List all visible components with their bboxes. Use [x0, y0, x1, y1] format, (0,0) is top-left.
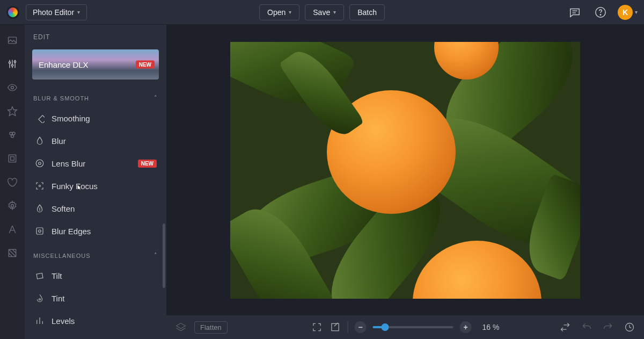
frame-tool-icon[interactable] [6, 153, 18, 164]
svg-line-21 [9, 253, 12, 257]
effect-funky-focus[interactable]: Funky Focus [32, 175, 159, 197]
zoom-value: 16 % [482, 323, 500, 331]
section-title: BLUR & SMOOTH [33, 95, 89, 102]
section-title: MISCELLANEOUS [33, 253, 91, 259]
canvas-area: Flatten − + 16 % [166, 25, 644, 339]
panel-heading: EDIT [33, 33, 159, 41]
svg-rect-36 [332, 323, 339, 330]
svg-point-26 [39, 185, 41, 187]
effect-tilt[interactable]: Tilt [32, 264, 159, 287]
open-label: Open [267, 8, 286, 17]
canvas-image [230, 42, 580, 299]
svg-point-15 [11, 135, 14, 138]
svg-point-24 [36, 160, 43, 167]
focus-square-icon [34, 181, 45, 191]
star-tool-icon[interactable] [6, 105, 18, 117]
actual-size-icon[interactable] [330, 321, 341, 333]
batch-label: Batch [357, 8, 377, 17]
user-menu-button[interactable]: K ▾ [618, 5, 638, 20]
layers-icon[interactable] [175, 321, 187, 333]
edge-square-icon [34, 226, 45, 236]
avatar: K [618, 5, 633, 20]
help-icon[interactable] [592, 4, 609, 21]
texture-tool-icon[interactable] [6, 247, 18, 259]
compare-icon[interactable] [559, 321, 571, 333]
svg-marker-12 [8, 107, 17, 116]
app-logo-icon[interactable] [6, 6, 19, 19]
effect-blur-edges[interactable]: Blur Edges [32, 220, 159, 242]
svg-rect-16 [9, 155, 16, 162]
svg-point-8 [9, 62, 10, 63]
effect-soften[interactable]: Soften [32, 197, 159, 220]
svg-rect-17 [11, 157, 14, 161]
undo-icon[interactable] [581, 321, 592, 333]
diamond-icon [34, 113, 45, 124]
header-right-group: K ▾ [566, 4, 638, 21]
effect-blur[interactable]: Blur [32, 129, 159, 152]
svg-point-31 [39, 299, 41, 300]
svg-rect-30 [36, 273, 43, 279]
batch-button[interactable]: Batch [349, 4, 385, 20]
save-label: Save [313, 8, 330, 17]
levels-icon [34, 315, 45, 326]
aperture-icon [34, 158, 45, 169]
zoom-slider[interactable] [373, 326, 453, 328]
zoom-in-button[interactable]: + [460, 321, 472, 333]
eye-tool-icon[interactable] [6, 82, 18, 93]
effect-lens-blur[interactable]: Lens Blur NEW [32, 152, 159, 175]
flatten-button[interactable]: Flatten [194, 321, 228, 334]
history-icon[interactable] [624, 321, 635, 333]
effect-label: Tilt [52, 271, 62, 280]
chevron-up-icon: ˄ [154, 252, 158, 259]
heart-tool-icon[interactable] [6, 176, 18, 188]
tilt-icon [34, 270, 45, 281]
svg-point-14 [12, 132, 15, 135]
app-switcher-button[interactable]: Photo Editor ▾ [26, 4, 87, 20]
effect-label: Funky Focus [52, 182, 98, 191]
effect-tint[interactable]: Tint [32, 287, 159, 309]
tool-rail [0, 25, 25, 339]
enhance-dlx-banner[interactable]: Enhance DLX NEW [32, 49, 159, 80]
effect-label: Blur Edges [52, 227, 91, 236]
section-header-blur-smooth[interactable]: BLUR & SMOOTH ˄ [33, 95, 158, 102]
redo-icon[interactable] [602, 321, 614, 333]
svg-rect-23 [39, 116, 45, 123]
svg-rect-28 [36, 228, 43, 234]
fit-screen-icon[interactable] [311, 321, 323, 333]
svg-point-10 [14, 61, 16, 62]
effects-tool-icon[interactable] [6, 129, 18, 141]
adjust-tool-icon[interactable] [6, 58, 18, 70]
flatten-label: Flatten [200, 323, 222, 331]
comments-icon[interactable] [566, 4, 583, 21]
zoom-out-button[interactable]: − [355, 321, 367, 333]
image-tool-icon[interactable] [6, 34, 18, 46]
canvas-viewport[interactable] [166, 25, 644, 315]
effect-label: Smoothing [52, 114, 90, 123]
svg-point-18 [11, 205, 14, 207]
header-center-group: Open ▾ Save ▾ Batch [259, 4, 385, 20]
effect-label: Soften [52, 204, 75, 213]
text-tool-icon[interactable] [6, 223, 18, 235]
effect-label: Levels [52, 316, 75, 326]
chevron-down-icon: ▾ [289, 9, 291, 15]
app-title-label: Photo Editor [33, 8, 74, 17]
drop-icon [34, 135, 45, 146]
zoom-slider-thumb[interactable] [382, 323, 389, 331]
save-menu-button[interactable]: Save ▾ [305, 4, 344, 20]
gear-tool-icon[interactable] [6, 200, 18, 212]
open-menu-button[interactable]: Open ▾ [259, 4, 299, 20]
svg-point-29 [39, 230, 41, 233]
new-badge: NEW [138, 160, 157, 168]
effect-label: Tint [52, 294, 64, 303]
svg-line-22 [12, 249, 16, 253]
enhance-dlx-label: Enhance DLX [39, 60, 89, 69]
svg-rect-4 [9, 37, 17, 44]
effect-smoothing[interactable]: Smoothing [32, 107, 159, 129]
section-header-misc[interactable]: MISCELLANEOUS ˄ [33, 252, 158, 259]
svg-point-25 [39, 162, 41, 165]
panel-scrollbar[interactable] [163, 223, 165, 288]
tint-drop-icon [34, 293, 45, 304]
chevron-down-icon: ▾ [77, 9, 80, 15]
effect-levels[interactable]: Levels [32, 309, 159, 332]
svg-point-9 [11, 64, 13, 66]
